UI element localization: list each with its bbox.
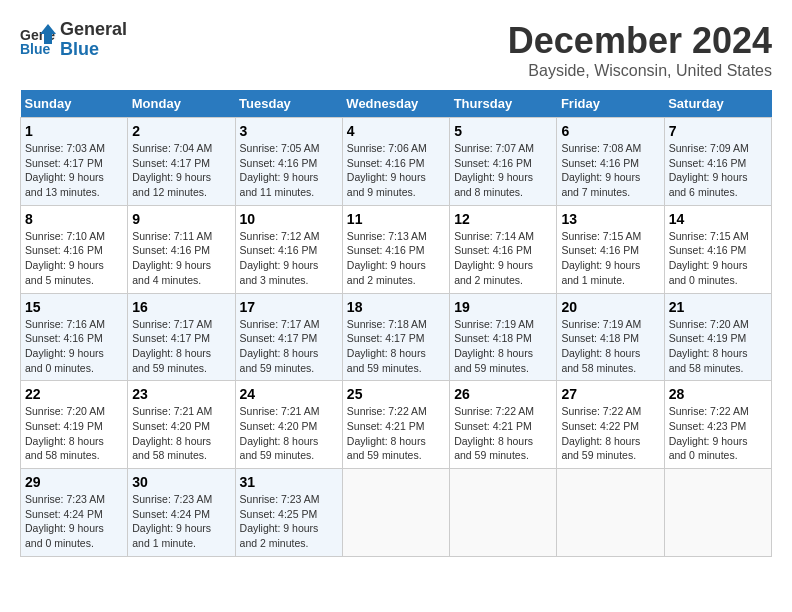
calendar-cell: 28 Sunrise: 7:22 AM Sunset: 4:23 PM Dayl… (664, 381, 771, 469)
day-info: Sunrise: 7:19 AM Sunset: 4:18 PM Dayligh… (454, 317, 552, 376)
calendar-cell: 20 Sunrise: 7:19 AM Sunset: 4:18 PM Dayl… (557, 293, 664, 381)
day-info: Sunrise: 7:17 AM Sunset: 4:17 PM Dayligh… (240, 317, 338, 376)
day-info: Sunrise: 7:04 AM Sunset: 4:17 PM Dayligh… (132, 141, 230, 200)
day-info: Sunrise: 7:21 AM Sunset: 4:20 PM Dayligh… (132, 404, 230, 463)
day-info: Sunrise: 7:22 AM Sunset: 4:23 PM Dayligh… (669, 404, 767, 463)
calendar-cell: 4 Sunrise: 7:06 AM Sunset: 4:16 PM Dayli… (342, 118, 449, 206)
calendar-cell: 23 Sunrise: 7:21 AM Sunset: 4:20 PM Dayl… (128, 381, 235, 469)
location-title: Bayside, Wisconsin, United States (508, 62, 772, 80)
day-number: 29 (25, 474, 123, 490)
calendar-cell (450, 469, 557, 557)
day-number: 10 (240, 211, 338, 227)
calendar-cell: 30 Sunrise: 7:23 AM Sunset: 4:24 PM Dayl… (128, 469, 235, 557)
calendar-cell (664, 469, 771, 557)
day-info: Sunrise: 7:08 AM Sunset: 4:16 PM Dayligh… (561, 141, 659, 200)
calendar-cell: 24 Sunrise: 7:21 AM Sunset: 4:20 PM Dayl… (235, 381, 342, 469)
calendar-cell: 6 Sunrise: 7:08 AM Sunset: 4:16 PM Dayli… (557, 118, 664, 206)
day-number: 17 (240, 299, 338, 315)
col-tuesday: Tuesday (235, 90, 342, 118)
day-info: Sunrise: 7:18 AM Sunset: 4:17 PM Dayligh… (347, 317, 445, 376)
day-number: 15 (25, 299, 123, 315)
day-number: 2 (132, 123, 230, 139)
day-number: 3 (240, 123, 338, 139)
day-info: Sunrise: 7:09 AM Sunset: 4:16 PM Dayligh… (669, 141, 767, 200)
calendar-week-4: 22 Sunrise: 7:20 AM Sunset: 4:19 PM Dayl… (21, 381, 772, 469)
calendar-cell: 18 Sunrise: 7:18 AM Sunset: 4:17 PM Dayl… (342, 293, 449, 381)
day-info: Sunrise: 7:11 AM Sunset: 4:16 PM Dayligh… (132, 229, 230, 288)
day-info: Sunrise: 7:22 AM Sunset: 4:21 PM Dayligh… (454, 404, 552, 463)
day-number: 7 (669, 123, 767, 139)
calendar-week-1: 1 Sunrise: 7:03 AM Sunset: 4:17 PM Dayli… (21, 118, 772, 206)
day-number: 14 (669, 211, 767, 227)
calendar-cell: 25 Sunrise: 7:22 AM Sunset: 4:21 PM Dayl… (342, 381, 449, 469)
calendar-cell (557, 469, 664, 557)
calendar-cell: 21 Sunrise: 7:20 AM Sunset: 4:19 PM Dayl… (664, 293, 771, 381)
day-info: Sunrise: 7:17 AM Sunset: 4:17 PM Dayligh… (132, 317, 230, 376)
day-number: 13 (561, 211, 659, 227)
day-number: 30 (132, 474, 230, 490)
calendar-cell: 1 Sunrise: 7:03 AM Sunset: 4:17 PM Dayli… (21, 118, 128, 206)
day-number: 27 (561, 386, 659, 402)
day-number: 25 (347, 386, 445, 402)
day-info: Sunrise: 7:20 AM Sunset: 4:19 PM Dayligh… (25, 404, 123, 463)
day-info: Sunrise: 7:10 AM Sunset: 4:16 PM Dayligh… (25, 229, 123, 288)
day-info: Sunrise: 7:05 AM Sunset: 4:16 PM Dayligh… (240, 141, 338, 200)
day-info: Sunrise: 7:15 AM Sunset: 4:16 PM Dayligh… (561, 229, 659, 288)
day-info: Sunrise: 7:13 AM Sunset: 4:16 PM Dayligh… (347, 229, 445, 288)
calendar-cell: 9 Sunrise: 7:11 AM Sunset: 4:16 PM Dayli… (128, 205, 235, 293)
day-number: 21 (669, 299, 767, 315)
calendar-week-5: 29 Sunrise: 7:23 AM Sunset: 4:24 PM Dayl… (21, 469, 772, 557)
day-number: 12 (454, 211, 552, 227)
day-number: 20 (561, 299, 659, 315)
col-sunday: Sunday (21, 90, 128, 118)
header: General Blue General Blue December 2024 … (20, 20, 772, 80)
calendar-cell: 19 Sunrise: 7:19 AM Sunset: 4:18 PM Dayl… (450, 293, 557, 381)
day-number: 11 (347, 211, 445, 227)
calendar-cell: 10 Sunrise: 7:12 AM Sunset: 4:16 PM Dayl… (235, 205, 342, 293)
calendar-cell: 11 Sunrise: 7:13 AM Sunset: 4:16 PM Dayl… (342, 205, 449, 293)
day-info: Sunrise: 7:23 AM Sunset: 4:24 PM Dayligh… (132, 492, 230, 551)
day-info: Sunrise: 7:23 AM Sunset: 4:24 PM Dayligh… (25, 492, 123, 551)
day-info: Sunrise: 7:16 AM Sunset: 4:16 PM Dayligh… (25, 317, 123, 376)
day-info: Sunrise: 7:06 AM Sunset: 4:16 PM Dayligh… (347, 141, 445, 200)
calendar-cell: 29 Sunrise: 7:23 AM Sunset: 4:24 PM Dayl… (21, 469, 128, 557)
day-number: 4 (347, 123, 445, 139)
day-number: 28 (669, 386, 767, 402)
calendar-cell: 8 Sunrise: 7:10 AM Sunset: 4:16 PM Dayli… (21, 205, 128, 293)
day-info: Sunrise: 7:21 AM Sunset: 4:20 PM Dayligh… (240, 404, 338, 463)
calendar-cell: 27 Sunrise: 7:22 AM Sunset: 4:22 PM Dayl… (557, 381, 664, 469)
day-info: Sunrise: 7:07 AM Sunset: 4:16 PM Dayligh… (454, 141, 552, 200)
col-monday: Monday (128, 90, 235, 118)
day-number: 23 (132, 386, 230, 402)
calendar-week-3: 15 Sunrise: 7:16 AM Sunset: 4:16 PM Dayl… (21, 293, 772, 381)
calendar-cell: 3 Sunrise: 7:05 AM Sunset: 4:16 PM Dayli… (235, 118, 342, 206)
day-number: 16 (132, 299, 230, 315)
calendar-cell: 16 Sunrise: 7:17 AM Sunset: 4:17 PM Dayl… (128, 293, 235, 381)
calendar-cell: 7 Sunrise: 7:09 AM Sunset: 4:16 PM Dayli… (664, 118, 771, 206)
col-thursday: Thursday (450, 90, 557, 118)
calendar-table: Sunday Monday Tuesday Wednesday Thursday… (20, 90, 772, 557)
calendar-cell: 13 Sunrise: 7:15 AM Sunset: 4:16 PM Dayl… (557, 205, 664, 293)
day-number: 5 (454, 123, 552, 139)
day-info: Sunrise: 7:15 AM Sunset: 4:16 PM Dayligh… (669, 229, 767, 288)
calendar-cell: 26 Sunrise: 7:22 AM Sunset: 4:21 PM Dayl… (450, 381, 557, 469)
calendar-cell: 31 Sunrise: 7:23 AM Sunset: 4:25 PM Dayl… (235, 469, 342, 557)
day-info: Sunrise: 7:20 AM Sunset: 4:19 PM Dayligh… (669, 317, 767, 376)
day-number: 9 (132, 211, 230, 227)
calendar-cell: 17 Sunrise: 7:17 AM Sunset: 4:17 PM Dayl… (235, 293, 342, 381)
month-title: December 2024 (508, 20, 772, 62)
title-area: December 2024 Bayside, Wisconsin, United… (508, 20, 772, 80)
calendar-cell: 12 Sunrise: 7:14 AM Sunset: 4:16 PM Dayl… (450, 205, 557, 293)
calendar-cell: 5 Sunrise: 7:07 AM Sunset: 4:16 PM Dayli… (450, 118, 557, 206)
day-number: 6 (561, 123, 659, 139)
day-info: Sunrise: 7:23 AM Sunset: 4:25 PM Dayligh… (240, 492, 338, 551)
calendar-cell: 15 Sunrise: 7:16 AM Sunset: 4:16 PM Dayl… (21, 293, 128, 381)
calendar-cell: 22 Sunrise: 7:20 AM Sunset: 4:19 PM Dayl… (21, 381, 128, 469)
logo-icon: General Blue (20, 22, 56, 58)
calendar-cell: 14 Sunrise: 7:15 AM Sunset: 4:16 PM Dayl… (664, 205, 771, 293)
day-number: 19 (454, 299, 552, 315)
day-number: 1 (25, 123, 123, 139)
calendar-week-2: 8 Sunrise: 7:10 AM Sunset: 4:16 PM Dayli… (21, 205, 772, 293)
day-info: Sunrise: 7:12 AM Sunset: 4:16 PM Dayligh… (240, 229, 338, 288)
header-row: Sunday Monday Tuesday Wednesday Thursday… (21, 90, 772, 118)
